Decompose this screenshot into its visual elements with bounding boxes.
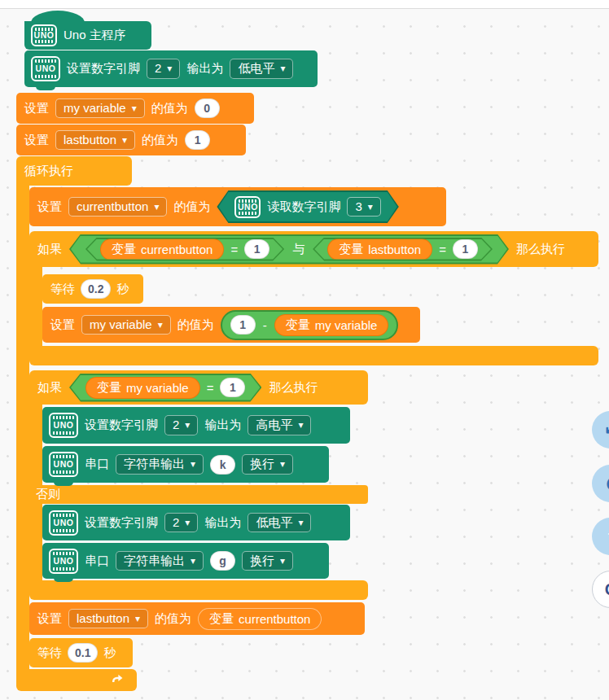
blue-arrow-icon: ➜	[599, 418, 609, 442]
block-forever-loop-top[interactable]: 循环执行	[16, 156, 132, 186]
dropdown-value: 3	[355, 199, 361, 215]
pin-number-dropdown[interactable]: 2	[147, 59, 180, 79]
variable-reporter[interactable]: 变量 my variable	[274, 314, 389, 336]
variable-name: currentbutton	[239, 612, 310, 626]
pin-strip-icon	[35, 75, 56, 78]
variable-dropdown[interactable]: lastbutton	[55, 130, 135, 151]
block-label: 设置	[37, 199, 62, 215]
block-label: 的值为	[151, 101, 188, 116]
blockly-workspace[interactable]: UNO Uno 主程序 UNO 设置数字引脚 2 输出为 低电平 设置 my v…	[0, 0, 609, 700]
pin-number-dropdown[interactable]: 2	[164, 513, 198, 533]
block-set-digital-pin-low[interactable]: UNO 设置数字引脚 2 输出为 低电平	[42, 505, 350, 540]
line-ending-dropdown[interactable]: 换行	[242, 454, 293, 475]
operator-label: -	[263, 318, 267, 332]
serial-mode-dropdown[interactable]: 字符串输出	[116, 551, 204, 571]
value-input[interactable]: k	[210, 455, 235, 475]
if-label: 如果	[37, 380, 62, 396]
value-input[interactable]: 1	[230, 315, 256, 335]
block-store-lastbutton[interactable]: 设置 lastbutton 的值为 变量 currentbutton	[29, 602, 365, 635]
block-label: 的值为	[142, 133, 178, 148]
variable-prefix-label: 变量	[97, 380, 121, 396]
variable-dropdown[interactable]: lastbutton	[68, 609, 148, 629]
dropdown-value: 2	[173, 515, 179, 531]
value-input[interactable]: 1	[185, 130, 210, 150]
block-if-debounce[interactable]: 如果 变量 currentbutton = 1 与	[29, 231, 598, 267]
variable-reporter[interactable]: 变量 lastbutton	[327, 238, 432, 260]
variable-dropdown[interactable]: my variable	[55, 98, 145, 119]
block-set-digital-pin-high[interactable]: UNO 设置数字引脚 2 输出为 高电平	[42, 407, 350, 444]
uno-board-icon: UNO	[234, 196, 261, 218]
value-input[interactable]: 0	[195, 98, 220, 118]
and-operator-hexagon[interactable]: 变量 currentbutton = 1 与 变量 lastbutton	[69, 234, 509, 265]
floating-button-3[interactable]: t	[592, 518, 609, 555]
value-input[interactable]: 0.1	[68, 643, 98, 663]
dropdown-value: 高电平	[256, 418, 292, 433]
value-input[interactable]: 1	[244, 239, 269, 259]
dropdown-value: my variable	[64, 101, 126, 116]
subtraction-operator[interactable]: 1 - 变量 my variable	[221, 310, 399, 340]
block-if-debounce-footer[interactable]	[29, 346, 598, 365]
block-label: 设置数字引脚	[85, 515, 158, 531]
level-dropdown[interactable]: 低电平	[230, 59, 293, 79]
block-label: 设置数字引脚	[85, 418, 158, 433]
value-input[interactable]: 1	[453, 239, 478, 259]
level-dropdown[interactable]: 低电平	[248, 513, 311, 533]
block-set-currentbutton-read-pin[interactable]: 设置 currentbutton 的值为 UNO 读取数字引脚 3	[29, 187, 446, 226]
block-set-myvariable-0[interactable]: 设置 my variable 的值为 0	[16, 93, 254, 124]
variable-reporter[interactable]: 变量 my variable	[85, 377, 200, 399]
block-label: 的值为	[177, 317, 214, 333]
floating-button-4[interactable]: C	[592, 571, 609, 608]
variable-prefix-label: 变量	[286, 317, 310, 333]
block-set-lastbutton-1[interactable]: 设置 lastbutton 的值为 1	[16, 125, 246, 155]
value-input[interactable]: 1	[220, 378, 245, 397]
floating-button-2[interactable]: ❨	[592, 465, 609, 502]
uno-icon-label: UNO	[36, 64, 56, 73]
block-forever-loop-footer[interactable]	[16, 669, 137, 691]
block-toggle-myvariable[interactable]: 设置 my variable 的值为 1 - 变量 my variable	[42, 307, 420, 343]
floating-button-1[interactable]: ➜	[592, 411, 609, 448]
line-ending-dropdown[interactable]: 换行	[242, 551, 293, 571]
block-label: 设置	[24, 101, 49, 116]
block-serial-print-g[interactable]: UNO 串口 字符串输出 g 换行	[42, 543, 329, 579]
block-tab	[54, 578, 73, 582]
value-input[interactable]: g	[210, 551, 235, 571]
equals-operator-hexagon[interactable]: 变量 my variable = 1	[69, 374, 261, 402]
block-else-bar[interactable]: 否则	[29, 485, 368, 504]
variable-dropdown[interactable]: my variable	[81, 315, 171, 335]
block-if-else-myvariable[interactable]: 如果 变量 my variable = 1 那么执行	[29, 370, 368, 405]
serial-mode-dropdown[interactable]: 字符串输出	[116, 454, 204, 475]
dropdown-value: 换行	[250, 553, 274, 569]
block-label: 的值为	[173, 199, 210, 215]
equals-operator-hexagon[interactable]: 变量 currentbutton = 1	[85, 238, 284, 261]
block-serial-print-k[interactable]: UNO 串口 字符串输出 k 换行	[42, 446, 329, 483]
else-label: 否则	[36, 487, 60, 502]
block-tab	[36, 86, 55, 90]
block-wait-01[interactable]: 等待 0.1 秒	[29, 638, 133, 667]
pin-strip-icon	[53, 416, 74, 419]
equals-operator-hexagon[interactable]: 变量 lastbutton = 1	[313, 238, 493, 261]
variable-name: currentbutton	[141, 243, 212, 256]
block-set-digital-pin-init[interactable]: UNO 设置数字引脚 2 输出为 低电平	[24, 50, 318, 87]
variable-reporter[interactable]: 变量 currentbutton	[100, 238, 224, 260]
block-label: 设置	[37, 611, 62, 627]
pin-number-dropdown[interactable]: 2	[164, 415, 198, 435]
and-label: 与	[292, 242, 304, 257]
uno-board-icon: UNO	[49, 510, 78, 536]
block-wait-02[interactable]: 等待 0.2 秒	[42, 274, 143, 304]
variable-name: my variable	[126, 381, 189, 395]
dropdown-value: 字符串输出	[124, 553, 185, 569]
level-dropdown[interactable]: 高电平	[248, 415, 311, 435]
pin-number-dropdown[interactable]: 3	[347, 197, 380, 217]
block-if-else-footer[interactable]	[29, 580, 368, 600]
variable-dropdown[interactable]: currentbutton	[68, 197, 167, 217]
block-read-digital-pin[interactable]: UNO 读取数字引脚 3	[217, 190, 398, 223]
value-input[interactable]: 0.2	[81, 279, 111, 299]
block-label: 读取数字引脚	[267, 199, 340, 215]
uno-icon-label: UNO	[54, 460, 74, 469]
variable-reporter[interactable]: 变量 currentbutton	[198, 608, 322, 630]
uno-board-icon: UNO	[49, 452, 78, 477]
pin-strip-icon	[53, 514, 74, 517]
block-uno-main-hat[interactable]: UNO Uno 主程序	[24, 21, 151, 50]
uno-icon-label: UNO	[34, 31, 55, 40]
dropdown-value: my variable	[90, 317, 152, 333]
